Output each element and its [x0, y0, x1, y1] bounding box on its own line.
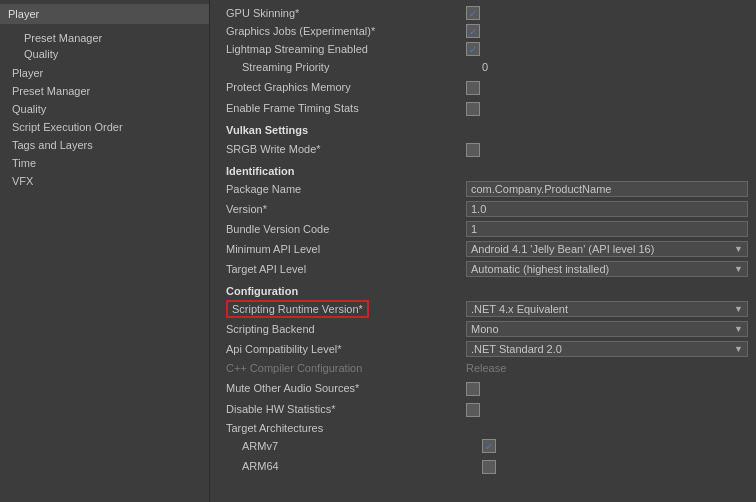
gpu-skinning-value	[466, 6, 748, 20]
sidebar-item-player[interactable]: Player	[0, 64, 209, 82]
armv7-row: ARMv7	[210, 437, 756, 455]
streaming-priority-row: Streaming Priority 0	[210, 58, 756, 76]
sidebar-item-time[interactable]: Time	[0, 154, 209, 172]
srgb-write-label: SRGB Write Mode*	[226, 143, 466, 155]
cpp-compiler-label: C++ Compiler Configuration	[226, 362, 466, 374]
bundle-version-value[interactable]: 1	[466, 221, 748, 237]
streaming-priority-label: Streaming Priority	[242, 61, 482, 73]
minimum-api-row: Minimum API Level Android 4.1 'Jelly Bea…	[210, 239, 756, 259]
configuration-section-header: Configuration	[210, 279, 756, 299]
sidebar-item-preset[interactable]: Preset Manager	[0, 82, 209, 100]
armv7-value	[482, 439, 748, 453]
cpp-compiler-row: C++ Compiler Configuration Release	[210, 359, 756, 377]
sidebar-item-vfx[interactable]: VFX	[0, 172, 209, 190]
target-arch-label: Target Architectures	[226, 422, 466, 434]
disable-hw-checkbox[interactable]	[466, 403, 480, 417]
scripting-runtime-dropdown-arrow: ▼	[734, 304, 743, 314]
scripting-runtime-value: .NET 4.x Equivalent ▼	[466, 301, 748, 317]
version-label: Version*	[226, 203, 466, 215]
streaming-priority-value: 0	[482, 61, 748, 73]
sidebar-item-tags-layers[interactable]: Tags and Layers	[0, 136, 209, 154]
lightmap-streaming-checkbox[interactable]	[466, 42, 480, 56]
sidebar-item-quality[interactable]: Quality	[0, 100, 209, 118]
graphics-jobs-value	[466, 24, 748, 38]
arm64-label: ARM64	[242, 460, 482, 472]
scripting-runtime-row: Scripting Runtime Version* .NET 4.x Equi…	[210, 299, 756, 319]
api-compat-dropdown[interactable]: .NET Standard 2.0 ▼	[466, 341, 748, 357]
version-value[interactable]: 1.0	[466, 201, 748, 217]
scripting-backend-dropdown[interactable]: Mono ▼	[466, 321, 748, 337]
protect-graphics-label: Protect Graphics Memory	[226, 81, 466, 93]
srgb-write-value	[466, 140, 748, 157]
mute-audio-value	[466, 379, 748, 396]
cpp-compiler-value: Release	[466, 362, 748, 374]
scripting-backend-row: Scripting Backend Mono ▼	[210, 319, 756, 339]
target-arch-row: Target Architectures	[210, 419, 756, 437]
bundle-version-row: Bundle Version Code 1	[210, 219, 756, 239]
scripting-backend-label: Scripting Backend	[226, 323, 466, 335]
mute-audio-row: Mute Other Audio Sources*	[210, 377, 756, 398]
main-content: GPU Skinning* Graphics Jobs (Experimenta…	[210, 0, 756, 502]
protect-graphics-row: Protect Graphics Memory	[210, 76, 756, 97]
arm64-checkbox[interactable]	[482, 460, 496, 474]
minimum-api-dropdown[interactable]: Android 4.1 'Jelly Bean' (API level 16) …	[466, 241, 748, 257]
srgb-write-checkbox[interactable]	[466, 143, 480, 157]
sidebar-item-script-exec[interactable]: Script Execution Order	[0, 118, 209, 136]
api-compat-row: Api Compatibility Level* .NET Standard 2…	[210, 339, 756, 359]
package-name-value[interactable]: com.Company.ProductName	[466, 181, 748, 197]
sidebar-player-header: Player	[0, 4, 209, 24]
gpu-skinning-checkbox[interactable]	[466, 6, 480, 20]
package-name-row: Package Name com.Company.ProductName	[210, 179, 756, 199]
gpu-skinning-row: GPU Skinning*	[210, 4, 756, 22]
api-compat-label: Api Compatibility Level*	[226, 343, 466, 355]
disable-hw-row: Disable HW Statistics*	[210, 398, 756, 419]
target-api-row: Target API Level Automatic (highest inst…	[210, 259, 756, 279]
scripting-backend-value: Mono ▼	[466, 321, 748, 337]
bundle-version-label: Bundle Version Code	[226, 223, 466, 235]
target-api-dropdown-arrow: ▼	[734, 264, 743, 274]
target-api-value: Automatic (highest installed) ▼	[466, 261, 748, 277]
scripting-backend-dropdown-arrow: ▼	[734, 324, 743, 334]
scripting-runtime-dropdown[interactable]: .NET 4.x Equivalent ▼	[466, 301, 748, 317]
srgb-write-row: SRGB Write Mode*	[210, 138, 756, 159]
sidebar: Player Preset Manager Quality Player Pre…	[0, 0, 210, 502]
identification-section-header: Identification	[210, 159, 756, 179]
sidebar-item-quality[interactable]: Quality	[8, 46, 201, 62]
mute-audio-label: Mute Other Audio Sources*	[226, 382, 466, 394]
target-api-label: Target API Level	[226, 263, 466, 275]
lightmap-streaming-row: Lightmap Streaming Enabled	[210, 40, 756, 58]
sidebar-item-preset-manager[interactable]: Preset Manager	[8, 30, 201, 46]
lightmap-streaming-value	[466, 42, 748, 56]
version-row: Version* 1.0	[210, 199, 756, 219]
minimum-api-label: Minimum API Level	[226, 243, 466, 255]
graphics-jobs-row: Graphics Jobs (Experimental)*	[210, 22, 756, 40]
api-compat-value: .NET Standard 2.0 ▼	[466, 341, 748, 357]
minimum-api-value: Android 4.1 'Jelly Bean' (API level 16) …	[466, 241, 748, 257]
disable-hw-value	[466, 400, 748, 417]
armv7-checkbox[interactable]	[482, 439, 496, 453]
protect-graphics-value	[466, 78, 748, 95]
protect-graphics-checkbox[interactable]	[466, 81, 480, 95]
target-api-dropdown[interactable]: Automatic (highest installed) ▼	[466, 261, 748, 277]
armv7-label: ARMv7	[242, 440, 482, 452]
arm64-row: ARM64	[210, 455, 756, 476]
api-compat-dropdown-arrow: ▼	[734, 344, 743, 354]
frame-timing-label: Enable Frame Timing Stats	[226, 102, 466, 114]
frame-timing-value	[466, 99, 748, 116]
sidebar-preset-quality: Preset Manager Quality	[0, 24, 209, 64]
lightmap-streaming-label: Lightmap Streaming Enabled	[226, 43, 466, 55]
package-name-label: Package Name	[226, 183, 466, 195]
scripting-runtime-label: Scripting Runtime Version*	[226, 303, 466, 315]
arm64-value	[482, 457, 748, 474]
gpu-skinning-label: GPU Skinning*	[226, 7, 466, 19]
frame-timing-checkbox[interactable]	[466, 102, 480, 116]
minimum-api-dropdown-arrow: ▼	[734, 244, 743, 254]
frame-timing-row: Enable Frame Timing Stats	[210, 97, 756, 118]
graphics-jobs-checkbox[interactable]	[466, 24, 480, 38]
mute-audio-checkbox[interactable]	[466, 382, 480, 396]
vulkan-section-header: Vulkan Settings	[210, 118, 756, 138]
disable-hw-label: Disable HW Statistics*	[226, 403, 466, 415]
graphics-jobs-label: Graphics Jobs (Experimental)*	[226, 25, 466, 37]
